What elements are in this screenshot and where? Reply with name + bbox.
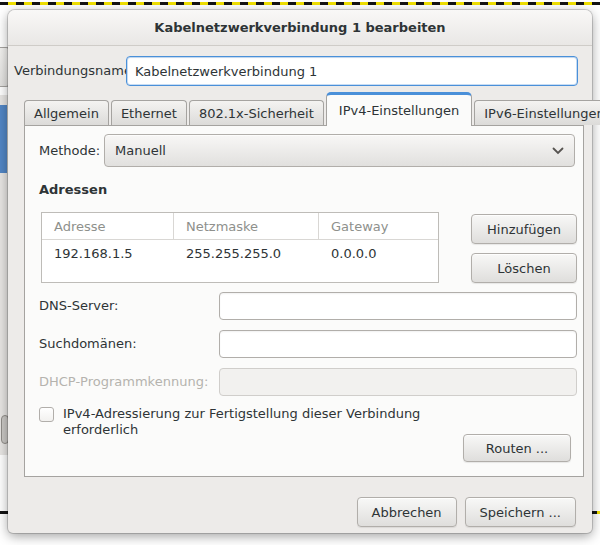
dhcp-client-id-input (219, 368, 577, 396)
tab-8021x-sicherheit[interactable]: 802.1x-Sicherheit (189, 100, 324, 125)
search-domains-input[interactable] (219, 330, 577, 358)
column-header-adresse[interactable]: Adresse (42, 213, 174, 239)
tab-ipv4-einstellungen[interactable]: IPv4-Einstellungen (326, 92, 472, 126)
edit-connection-dialog: Kabelnetzwerkverbindung 1 bearbeiten Ver… (8, 10, 592, 533)
dhcp-client-id-label: DHCP-Programmkennung: (39, 368, 208, 396)
tab-ipv6-einstellungen[interactable]: IPv6-Einstellungen (474, 100, 600, 125)
method-selected-value: Manuell (115, 143, 552, 158)
cell-gateway[interactable]: 0.0.0.0 (319, 240, 438, 267)
column-header-gateway[interactable]: Gateway (319, 213, 438, 239)
save-button[interactable]: Speichern ... (465, 497, 576, 527)
tab-ethernet[interactable]: Ethernet (111, 100, 187, 125)
tab-allgemein[interactable]: Allgemein (24, 100, 109, 125)
cell-netmask[interactable]: 255.255.255.0 (174, 240, 319, 267)
connection-name-input[interactable] (126, 56, 578, 86)
cell-address[interactable]: 192.168.1.5 (42, 240, 174, 267)
addresses-table-header: Adresse Netzmaske Gateway (42, 213, 438, 240)
method-label: Methode: (39, 134, 100, 167)
tab-bar: Allgemein Ethernet 802.1x-Sicherheit IPv… (24, 92, 600, 125)
table-row[interactable]: 192.168.1.5 255.255.255.0 0.0.0.0 (42, 240, 438, 267)
add-address-button[interactable]: Hinzufügen (471, 214, 577, 244)
cancel-button[interactable]: Abbrechen (357, 497, 457, 527)
delete-address-button[interactable]: Löschen (471, 253, 577, 283)
search-domains-label: Suchdomänen: (39, 330, 137, 358)
addresses-table[interactable]: Adresse Netzmaske Gateway 192.168.1.5 25… (41, 212, 439, 283)
dialog-action-area: Abbrechen Speichern ... (357, 497, 576, 527)
titlebar[interactable]: Kabelnetzwerkverbindung 1 bearbeiten (8, 10, 592, 46)
addresses-heading: Adressen (39, 182, 107, 197)
routes-button[interactable]: Routen ... (463, 434, 571, 462)
dialog-title: Kabelnetzwerkverbindung 1 bearbeiten (154, 20, 445, 35)
chevron-down-icon (552, 147, 564, 155)
column-header-netzmaske[interactable]: Netzmaske (174, 213, 319, 239)
background-selected-row (0, 105, 7, 173)
dns-server-label: DNS-Server: (39, 292, 118, 320)
method-select[interactable]: Manuell (104, 134, 575, 167)
ipv4-settings-panel: Methode: Manuell Adressen Adresse Netzma… (24, 125, 584, 477)
require-ipv4-checkbox[interactable] (39, 407, 54, 422)
dns-server-input[interactable] (219, 292, 577, 320)
canvas-boundary-top (0, 2, 600, 5)
connection-name-label: Verbindungsname: (14, 56, 136, 86)
require-ipv4-label: IPv4-Adressierung zur Fertigstellung die… (63, 406, 483, 438)
